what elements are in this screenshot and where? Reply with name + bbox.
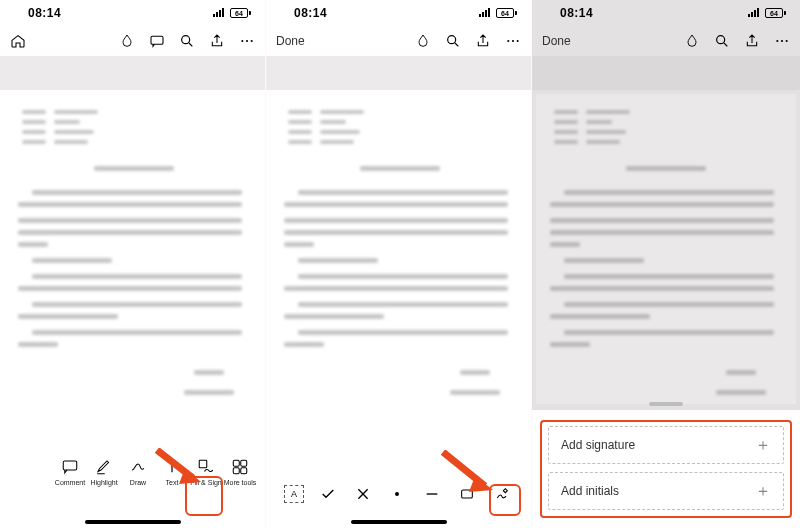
done-button[interactable]: Done xyxy=(276,34,305,48)
screenshot-step-3: 08:14 64 Done xyxy=(532,0,800,528)
done-button[interactable]: Done xyxy=(542,34,571,48)
home-indicator xyxy=(85,520,181,524)
option-label: Add initials xyxy=(561,484,619,498)
svg-rect-7 xyxy=(233,460,239,466)
comment-icon[interactable] xyxy=(149,33,165,49)
signature-options-highlight: Add signature ＋ Add initials ＋ xyxy=(540,420,792,518)
document-page[interactable] xyxy=(536,94,796,404)
bottom-toolbar: Comment Highlight Draw Text Fill & Sign xyxy=(0,458,265,528)
liquid-mode-icon[interactable] xyxy=(415,33,431,49)
toolbar-more-tools[interactable]: More tools xyxy=(223,458,257,486)
fs-line-icon[interactable] xyxy=(421,483,443,505)
battery-icon: 64 xyxy=(230,8,251,18)
share-icon[interactable] xyxy=(475,33,491,49)
add-initials-option[interactable]: Add initials ＋ xyxy=(548,472,784,510)
signal-icon xyxy=(212,4,226,22)
svg-point-14 xyxy=(517,40,519,42)
document-page[interactable] xyxy=(270,94,527,424)
header-band xyxy=(532,56,800,90)
svg-rect-9 xyxy=(233,468,239,474)
top-nav: Done xyxy=(532,26,800,56)
battery-icon: 64 xyxy=(496,8,517,18)
toolbar-fill-sign[interactable]: Fill & Sign xyxy=(189,458,223,486)
battery-icon: 64 xyxy=(765,8,786,18)
svg-point-18 xyxy=(776,40,778,42)
share-icon[interactable] xyxy=(744,33,760,49)
more-icon[interactable] xyxy=(239,33,255,49)
svg-point-2 xyxy=(241,40,243,42)
svg-point-3 xyxy=(246,40,248,42)
add-signature-option[interactable]: Add signature ＋ xyxy=(548,426,784,464)
more-icon[interactable] xyxy=(505,33,521,49)
screenshot-step-2: 08:14 64 Done xyxy=(266,0,532,528)
top-nav: Done xyxy=(266,26,531,56)
option-label: Add signature xyxy=(561,438,635,452)
svg-point-15 xyxy=(395,492,399,496)
svg-point-13 xyxy=(512,40,514,42)
fs-cross-icon[interactable] xyxy=(352,483,374,505)
signal-icon xyxy=(747,4,761,22)
status-bar: 08:14 64 xyxy=(532,0,800,26)
search-icon[interactable] xyxy=(714,33,730,49)
plus-icon: ＋ xyxy=(755,481,771,502)
svg-point-12 xyxy=(507,40,509,42)
toolbar-draw[interactable]: Draw xyxy=(121,458,155,486)
search-icon[interactable] xyxy=(179,33,195,49)
liquid-mode-icon[interactable] xyxy=(119,33,135,49)
svg-point-1 xyxy=(182,36,190,44)
status-bar: 08:14 64 xyxy=(0,0,265,26)
svg-rect-0 xyxy=(151,36,163,44)
home-icon[interactable] xyxy=(10,33,26,49)
svg-point-20 xyxy=(786,40,788,42)
status-bar: 08:14 64 xyxy=(266,0,531,26)
document-page[interactable] xyxy=(4,94,261,424)
header-band xyxy=(0,56,265,90)
home-indicator xyxy=(351,520,447,524)
svg-point-11 xyxy=(448,36,456,44)
svg-point-4 xyxy=(251,40,253,42)
fs-rect-icon[interactable] xyxy=(456,483,478,505)
svg-rect-16 xyxy=(462,490,473,498)
fillsign-toolbar: A xyxy=(266,458,531,528)
sheet-handle[interactable] xyxy=(649,402,683,406)
more-icon[interactable] xyxy=(774,33,790,49)
toolbar-highlight[interactable]: Highlight xyxy=(87,458,121,486)
status-time: 08:14 xyxy=(560,6,593,20)
status-time: 08:14 xyxy=(28,6,61,20)
header-band xyxy=(266,56,531,90)
fs-textbox-icon[interactable]: A xyxy=(284,485,304,503)
svg-rect-6 xyxy=(199,460,207,468)
top-nav xyxy=(0,26,265,56)
svg-point-17 xyxy=(717,36,725,44)
fs-dot-icon[interactable] xyxy=(386,483,408,505)
share-icon[interactable] xyxy=(209,33,225,49)
search-icon[interactable] xyxy=(445,33,461,49)
fs-sign-icon[interactable] xyxy=(491,483,513,505)
liquid-mode-icon[interactable] xyxy=(684,33,700,49)
signal-icon xyxy=(478,4,492,22)
status-time: 08:14 xyxy=(294,6,327,20)
plus-icon: ＋ xyxy=(755,435,771,456)
svg-rect-5 xyxy=(63,461,77,470)
toolbar-text[interactable]: Text xyxy=(155,458,189,486)
screenshot-step-1: 08:14 64 xyxy=(0,0,266,528)
toolbar-comment[interactable]: Comment xyxy=(53,458,87,486)
svg-point-19 xyxy=(781,40,783,42)
svg-rect-10 xyxy=(241,468,247,474)
fs-check-icon[interactable] xyxy=(317,483,339,505)
svg-rect-8 xyxy=(241,460,247,466)
